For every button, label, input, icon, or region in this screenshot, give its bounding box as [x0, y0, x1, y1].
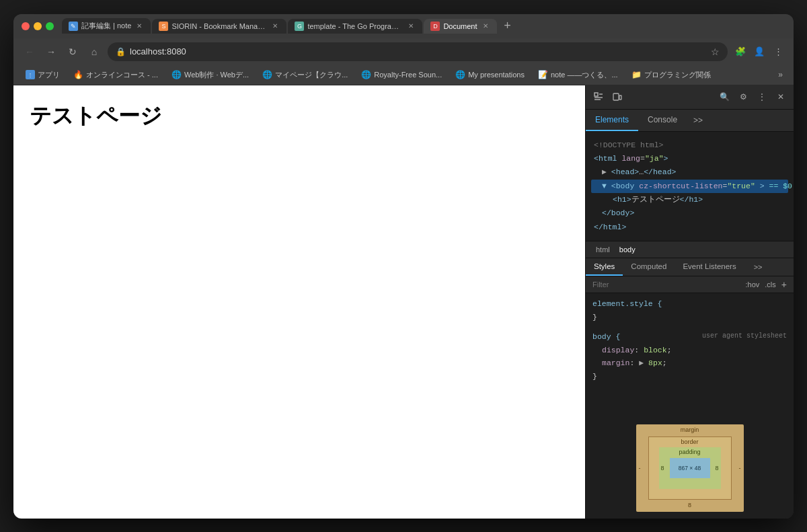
tab-console[interactable]: Console: [638, 110, 687, 131]
html-line-h1[interactable]: <h1>テストページ</h1>: [591, 193, 788, 206]
breadcrumb-html[interactable]: html: [592, 244, 613, 255]
styles-panel: Styles Computed Event Listeners >> :hov …: [586, 258, 794, 518]
bookmark-presentations[interactable]: 🌐 My presentations: [450, 68, 530, 81]
svg-rect-5: [619, 96, 621, 100]
html-line-html[interactable]: <html lang="ja">: [591, 152, 788, 165]
back-button[interactable]: ←: [22, 44, 38, 60]
forward-button[interactable]: →: [43, 44, 59, 60]
tabs-bar: ✎ 記事編集 | note ✕ S SIORIN - Bookmark Mana…: [62, 17, 785, 36]
tab-close-2[interactable]: ✕: [270, 22, 280, 31]
filter-input[interactable]: [592, 280, 740, 289]
menu-icon[interactable]: ⋮: [771, 44, 785, 59]
padding-label: padding: [679, 449, 700, 455]
browser-window: ✎ 記事編集 | note ✕ S SIORIN - Bookmark Mana…: [13, 14, 794, 519]
tab-favicon-1: ✎: [69, 22, 78, 31]
tab-close-3[interactable]: ✕: [406, 22, 416, 31]
filter-add-button[interactable]: +: [781, 279, 787, 290]
close-button[interactable]: [22, 22, 30, 30]
box-model-area: margin 8 8 - - border -: [586, 418, 794, 519]
tab-event-listeners[interactable]: Event Listeners: [675, 258, 744, 276]
tab-4[interactable]: D Document ✕: [424, 19, 496, 34]
tab-3[interactable]: G template - The Go Programmi... ✕: [288, 19, 422, 34]
tab-favicon-3: G: [295, 22, 304, 31]
bookmark-mypage[interactable]: 🌐 マイページ【クラウ...: [257, 68, 353, 82]
fullscreen-button[interactable]: [46, 22, 54, 30]
bookmark-label-mypage: マイページ【クラウ...: [275, 70, 348, 80]
tab-favicon-4: D: [430, 22, 440, 31]
styles-content: element.style { } body { user agent styl…: [586, 293, 794, 417]
browser-viewport: テストページ: [13, 85, 585, 519]
address-bar[interactable]: 🔒 localhost:8080 ☆: [108, 42, 728, 61]
breadcrumb-body[interactable]: body: [616, 244, 639, 255]
bookmark-label-web: Web制作 · Webデ...: [184, 70, 249, 80]
user-icon[interactable]: 👤: [752, 44, 767, 59]
tab-close-4[interactable]: ✕: [481, 22, 490, 31]
margin-bottom-val: 8: [688, 502, 691, 508]
html-code-area: <!DOCTYPE html> <html lang="ja"> ▶ <head…: [586, 132, 794, 241]
border-label: border: [681, 439, 698, 445]
tab-computed[interactable]: Computed: [623, 258, 675, 276]
content-layer: 867 × 48: [670, 458, 710, 478]
devtools-tabs-more[interactable]: >>: [687, 110, 709, 130]
bookmark-apps[interactable]: ⋮ アプリ: [20, 68, 65, 82]
devtools-close-icon[interactable]: ✕: [773, 89, 788, 104]
title-bar: ✎ 記事編集 | note ✕ S SIORIN - Bookmark Mana…: [13, 14, 794, 38]
bookmark-programming[interactable]: 📁 プログラミング関係: [626, 68, 716, 82]
bookmark-icon-web: 🌐: [171, 70, 182, 79]
bookmark-note[interactable]: 📝 note ——つくる、...: [533, 68, 623, 82]
filter-bar: :hov .cls +: [586, 276, 794, 293]
bookmark-label-course: オンラインコース - ...: [86, 70, 158, 80]
devtools-settings-icon[interactable]: ⚙: [736, 89, 751, 104]
filter-cls-button[interactable]: .cls: [765, 280, 776, 289]
new-tab-button[interactable]: +: [498, 17, 517, 36]
content-size-label: 867 × 48: [679, 465, 701, 471]
extensions-icon[interactable]: 🧩: [733, 44, 748, 59]
padding-left-val: 8: [661, 465, 664, 471]
home-button[interactable]: ⌂: [86, 44, 102, 60]
bookmark-icon-presentations: 🌐: [455, 70, 465, 79]
devtools-search-icon[interactable]: 🔍: [717, 89, 732, 104]
html-line-body[interactable]: ▼ <body cz-shortcut-listen="true" > == $…: [591, 180, 788, 193]
bookmark-web[interactable]: 🌐 Web制作 · Webデ...: [166, 68, 254, 82]
bookmark-icon-note: 📝: [538, 70, 548, 79]
tab-close-1[interactable]: ✕: [134, 22, 144, 31]
filter-hov-button[interactable]: :hov: [746, 280, 760, 289]
address-text: localhost:8080: [130, 46, 186, 56]
content-area: テストページ: [13, 85, 794, 519]
nav-icons: 🧩 👤 ⋮: [733, 44, 785, 59]
css-rule-element-style: element.style { }: [592, 297, 787, 324]
bookmark-course[interactable]: 🔥 オンラインコース - ...: [68, 68, 163, 82]
tab-styles[interactable]: Styles: [586, 258, 623, 276]
css-rule-body: body { user agent stylesheet display: bl…: [592, 330, 787, 383]
refresh-button[interactable]: ↻: [65, 44, 81, 60]
html-line-head[interactable]: ▶ <head>…</head>: [591, 165, 788, 179]
bookmark-label-apps: アプリ: [38, 70, 60, 80]
tab-title-3: template - The Go Programmi...: [307, 22, 403, 30]
svg-rect-0: [594, 93, 598, 96]
bookmark-icon-apps: ⋮: [26, 70, 35, 79]
tab-elements[interactable]: Elements: [586, 110, 638, 131]
tab-title-1: 記事編集 | note: [81, 21, 131, 31]
devtools-more-icon[interactable]: ⋮: [755, 89, 769, 104]
bookmark-star-icon[interactable]: ☆: [711, 46, 720, 57]
tab-title-4: Document: [443, 22, 477, 30]
padding-right-val: 8: [715, 465, 718, 471]
tab-2[interactable]: S SIORIN - Bookmark Manager - ✕: [152, 19, 286, 34]
bookmark-sound[interactable]: 🌐 Royalty-Free Soun...: [356, 68, 447, 81]
html-line-doctype: <!DOCTYPE html>: [591, 139, 788, 152]
styles-tabs-more[interactable]: >>: [747, 259, 769, 275]
bookmarks-more-button[interactable]: »: [774, 68, 787, 81]
minimize-button[interactable]: [34, 22, 42, 30]
tab-1[interactable]: ✎ 記事編集 | note ✕: [62, 18, 151, 34]
bookmark-icon-mypage: 🌐: [262, 70, 272, 79]
html-line-html-close: </html>: [591, 221, 788, 234]
tab-title-2: SIORIN - Bookmark Manager -: [171, 22, 267, 30]
device-toolbar-icon[interactable]: [610, 89, 625, 104]
margin-left-val: -: [639, 465, 641, 471]
margin-right-val: -: [739, 465, 741, 471]
bookmark-label-sound: Royalty-Free Soun...: [374, 71, 442, 79]
bookmark-label-programming: プログラミング関係: [644, 70, 711, 80]
inspect-element-icon[interactable]: [591, 89, 606, 104]
bookmark-label-presentations: My presentations: [468, 71, 525, 79]
styles-sub-tabs: Styles Computed Event Listeners >>: [586, 258, 794, 276]
